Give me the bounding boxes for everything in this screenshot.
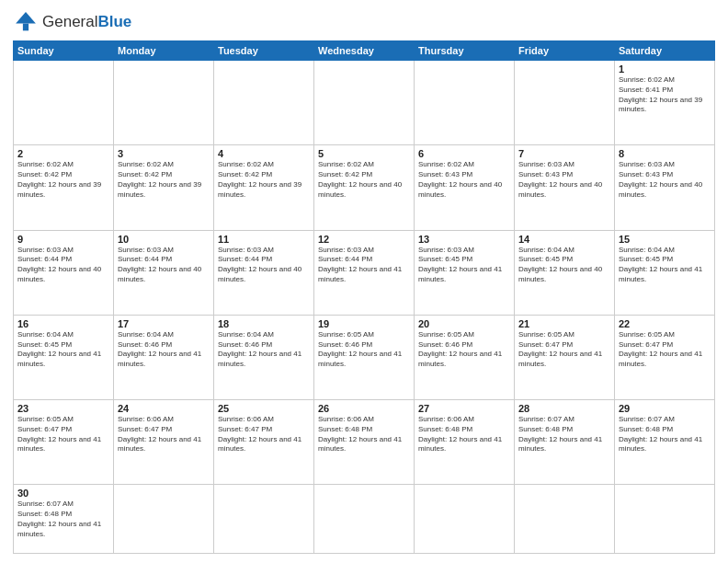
day-info: Sunrise: 6:06 AMSunset: 6:47 PMDaylight:… (118, 415, 210, 454)
day-info: Sunrise: 6:02 AMSunset: 6:43 PMDaylight:… (418, 160, 510, 200)
day-info: Sunrise: 6:03 AMSunset: 6:44 PMDaylight:… (17, 246, 109, 285)
calendar-cell (114, 61, 214, 145)
calendar-cell: 11Sunrise: 6:03 AMSunset: 6:44 PMDayligh… (214, 230, 314, 315)
weekday-header-friday: Friday (515, 41, 615, 61)
logo-text: GeneralBlue (42, 13, 131, 31)
calendar-cell: 7Sunrise: 6:03 AMSunset: 6:43 PMDaylight… (515, 145, 615, 230)
calendar-cell: 3Sunrise: 6:02 AMSunset: 6:42 PMDaylight… (114, 145, 214, 230)
calendar-cell: 21Sunrise: 6:05 AMSunset: 6:47 PMDayligh… (515, 315, 615, 399)
day-info: Sunrise: 6:02 AMSunset: 6:42 PMDaylight:… (17, 160, 109, 200)
weekday-header-monday: Monday (114, 41, 214, 61)
day-info: Sunrise: 6:04 AMSunset: 6:46 PMDaylight:… (218, 330, 310, 370)
calendar-cell: 12Sunrise: 6:03 AMSunset: 6:44 PMDayligh… (314, 230, 415, 315)
calendar-cell: 19Sunrise: 6:05 AMSunset: 6:46 PMDayligh… (314, 315, 415, 399)
day-number: 21 (518, 318, 610, 329)
calendar-cell: 2Sunrise: 6:02 AMSunset: 6:42 PMDaylight… (14, 145, 114, 230)
day-info: Sunrise: 6:04 AMSunset: 6:46 PMDaylight:… (118, 330, 210, 370)
day-number: 23 (17, 403, 109, 414)
day-number: 14 (518, 234, 610, 245)
calendar-cell: 22Sunrise: 6:05 AMSunset: 6:47 PMDayligh… (615, 315, 715, 399)
day-info: Sunrise: 6:07 AMSunset: 6:48 PMDaylight:… (518, 415, 610, 454)
week-row-1: 2Sunrise: 6:02 AMSunset: 6:42 PMDaylight… (14, 145, 715, 230)
week-row-5: 30Sunrise: 6:07 AMSunset: 6:48 PMDayligh… (14, 485, 715, 554)
day-number: 16 (17, 318, 109, 329)
calendar-cell (314, 61, 415, 145)
day-info: Sunrise: 6:03 AMSunset: 6:43 PMDaylight:… (518, 160, 610, 200)
calendar-cell (114, 485, 214, 554)
calendar-cell (515, 485, 615, 554)
day-number: 18 (218, 318, 310, 329)
day-number: 25 (218, 403, 310, 414)
weekday-header-saturday: Saturday (615, 41, 715, 61)
logo-icon (13, 9, 39, 35)
calendar-cell (415, 485, 515, 554)
day-number: 9 (17, 234, 109, 245)
day-number: 13 (418, 234, 510, 245)
weekday-header-wednesday: Wednesday (314, 41, 415, 61)
day-info: Sunrise: 6:03 AMSunset: 6:45 PMDaylight:… (418, 246, 510, 285)
calendar-cell: 5Sunrise: 6:02 AMSunset: 6:42 PMDaylight… (314, 145, 415, 230)
day-number: 26 (318, 403, 410, 414)
day-number: 11 (218, 234, 310, 245)
weekday-header-thursday: Thursday (415, 41, 515, 61)
day-info: Sunrise: 6:04 AMSunset: 6:45 PMDaylight:… (619, 246, 711, 285)
calendar-cell: 6Sunrise: 6:02 AMSunset: 6:43 PMDaylight… (415, 145, 515, 230)
calendar-cell: 8Sunrise: 6:03 AMSunset: 6:43 PMDaylight… (615, 145, 715, 230)
day-info: Sunrise: 6:03 AMSunset: 6:44 PMDaylight:… (218, 246, 310, 285)
calendar-cell (214, 61, 314, 145)
week-row-3: 16Sunrise: 6:04 AMSunset: 6:45 PMDayligh… (14, 315, 715, 399)
day-info: Sunrise: 6:07 AMSunset: 6:48 PMDaylight:… (619, 415, 711, 454)
day-number: 3 (118, 148, 210, 159)
day-number: 27 (418, 403, 510, 414)
day-info: Sunrise: 6:06 AMSunset: 6:48 PMDaylight:… (418, 415, 510, 454)
day-info: Sunrise: 6:02 AMSunset: 6:42 PMDaylight:… (118, 160, 210, 200)
logo: GeneralBlue (13, 9, 131, 35)
day-info: Sunrise: 6:03 AMSunset: 6:43 PMDaylight:… (619, 160, 711, 200)
calendar-cell: 24Sunrise: 6:06 AMSunset: 6:47 PMDayligh… (114, 400, 214, 485)
svg-marker-0 (16, 12, 36, 23)
day-info: Sunrise: 6:05 AMSunset: 6:46 PMDaylight:… (318, 330, 410, 370)
day-info: Sunrise: 6:02 AMSunset: 6:42 PMDaylight:… (218, 160, 310, 200)
calendar-cell: 1Sunrise: 6:02 AMSunset: 6:41 PMDaylight… (615, 61, 715, 145)
calendar-page: GeneralBlue SundayMondayTuesdayWednesday… (0, 0, 728, 563)
day-info: Sunrise: 6:06 AMSunset: 6:47 PMDaylight:… (218, 415, 310, 454)
day-number: 22 (619, 318, 711, 329)
calendar-cell: 18Sunrise: 6:04 AMSunset: 6:46 PMDayligh… (214, 315, 314, 399)
calendar-cell: 10Sunrise: 6:03 AMSunset: 6:44 PMDayligh… (114, 230, 214, 315)
calendar-cell: 30Sunrise: 6:07 AMSunset: 6:48 PMDayligh… (14, 485, 114, 554)
day-number: 24 (118, 403, 210, 414)
weekday-header-sunday: Sunday (14, 41, 114, 61)
day-number: 7 (518, 148, 610, 159)
weekday-header-tuesday: Tuesday (214, 41, 314, 61)
day-number: 15 (619, 234, 711, 245)
calendar-cell: 13Sunrise: 6:03 AMSunset: 6:45 PMDayligh… (415, 230, 515, 315)
calendar-cell: 26Sunrise: 6:06 AMSunset: 6:48 PMDayligh… (314, 400, 415, 485)
calendar-cell: 9Sunrise: 6:03 AMSunset: 6:44 PMDaylight… (14, 230, 114, 315)
day-number: 2 (17, 148, 109, 159)
calendar-cell: 23Sunrise: 6:05 AMSunset: 6:47 PMDayligh… (14, 400, 114, 485)
day-number: 10 (118, 234, 210, 245)
day-info: Sunrise: 6:03 AMSunset: 6:44 PMDaylight:… (318, 246, 410, 285)
calendar-cell: 28Sunrise: 6:07 AMSunset: 6:48 PMDayligh… (515, 400, 615, 485)
day-info: Sunrise: 6:02 AMSunset: 6:41 PMDaylight:… (619, 75, 711, 115)
calendar-cell: 25Sunrise: 6:06 AMSunset: 6:47 PMDayligh… (214, 400, 314, 485)
week-row-2: 9Sunrise: 6:03 AMSunset: 6:44 PMDaylight… (14, 230, 715, 315)
day-number: 12 (318, 234, 410, 245)
day-number: 19 (318, 318, 410, 329)
svg-rect-1 (23, 24, 28, 31)
day-number: 17 (118, 318, 210, 329)
week-row-0: 1Sunrise: 6:02 AMSunset: 6:41 PMDaylight… (14, 61, 715, 145)
day-info: Sunrise: 6:07 AMSunset: 6:48 PMDaylight:… (17, 500, 109, 539)
calendar-cell (615, 485, 715, 554)
page-header: GeneralBlue (13, 9, 715, 35)
day-info: Sunrise: 6:04 AMSunset: 6:45 PMDaylight:… (17, 330, 109, 370)
calendar-cell (314, 485, 415, 554)
day-info: Sunrise: 6:05 AMSunset: 6:47 PMDaylight:… (17, 415, 109, 454)
day-info: Sunrise: 6:02 AMSunset: 6:42 PMDaylight:… (318, 160, 410, 200)
calendar-table: SundayMondayTuesdayWednesdayThursdayFrid… (13, 40, 715, 554)
calendar-cell: 17Sunrise: 6:04 AMSunset: 6:46 PMDayligh… (114, 315, 214, 399)
calendar-cell: 20Sunrise: 6:05 AMSunset: 6:46 PMDayligh… (415, 315, 515, 399)
day-info: Sunrise: 6:03 AMSunset: 6:44 PMDaylight:… (118, 246, 210, 285)
calendar-cell (214, 485, 314, 554)
day-number: 5 (318, 148, 410, 159)
